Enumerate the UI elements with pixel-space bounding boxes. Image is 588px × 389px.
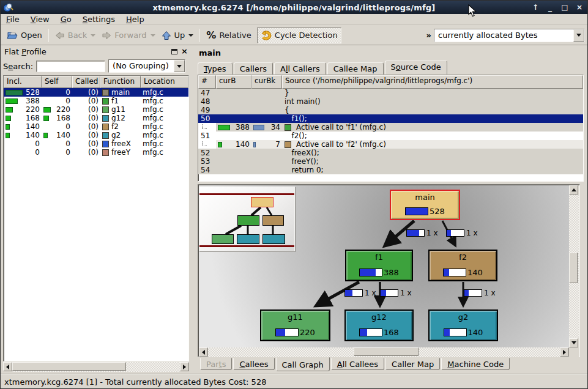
tab-call-graph[interactable]: Call Graph (276, 357, 330, 371)
column-header-curbk[interactable]: curBk (251, 75, 282, 89)
shade-button[interactable]: ↑ (531, 1, 540, 14)
source-line[interactable]: 48int main() (198, 97, 583, 106)
column-header-function[interactable]: Function (100, 76, 141, 88)
minimize-button[interactable]: _ (546, 1, 554, 14)
open-button[interactable]: Open (4, 28, 45, 43)
menu-view[interactable]: View (25, 14, 55, 25)
source-call-line[interactable]: 140 7 Active call to 'f2' (mfg.c) (198, 140, 583, 149)
up-dropdown-icon[interactable] (188, 34, 193, 37)
chevron-down-icon (576, 34, 581, 37)
scrollbar-thumb[interactable] (12, 362, 126, 371)
table-row-g2[interactable]: 140 140 (0) g2 mfg.c (4, 131, 188, 139)
table-row-g12[interactable]: 168 168 (0) g12 mfg.c (4, 114, 188, 122)
call-cost-bar (406, 229, 425, 237)
source-line[interactable]: 49{ (198, 106, 583, 114)
source-line[interactable]: 54 return 0; (198, 166, 583, 174)
scrollbar-track[interactable] (12, 362, 180, 372)
maximize-button[interactable]: □ (560, 1, 569, 14)
back-button[interactable]: Back (52, 28, 99, 43)
column-header-source[interactable]: Source ('/home/philippe/valgrind/littlep… (282, 75, 583, 89)
tab-callers[interactable]: Callers (234, 62, 273, 75)
tab-callees[interactable]: Callees (233, 358, 274, 370)
column-header-curb[interactable]: curB (216, 75, 251, 89)
function-icon (102, 89, 109, 96)
source-line[interactable]: 53 freeY(); (198, 157, 583, 166)
dock-float-button[interactable] (171, 49, 177, 54)
edge-label-f1-g11: 1 x (344, 289, 376, 297)
menu-bar: File View Go Settings Help (1, 14, 587, 25)
title-bar[interactable]: xtmemory.kcg.6274 [/home/philippe/valgri… (1, 1, 587, 14)
scrollbar-thumb[interactable] (354, 347, 419, 356)
search-input[interactable] (36, 61, 105, 72)
scroll-up-button[interactable] (569, 185, 578, 194)
graph-node-g12[interactable]: g12 168 (344, 309, 414, 341)
source-line[interactable]: 51 f2(); (198, 132, 583, 140)
tab-all-callers[interactable]: All Callers (274, 62, 326, 75)
table-row-freeX[interactable]: 0 0 (0) freeX mfg.c (4, 139, 188, 148)
forward-button[interactable]: Forward (99, 28, 158, 43)
tab-callee-map[interactable]: Callee Map (327, 62, 384, 75)
toolbar: Open Back Forward Up % Relative (1, 26, 587, 45)
source-line-selected[interactable]: 50 f1(); (198, 114, 583, 123)
tab-all-callees[interactable]: All Callees (331, 358, 384, 370)
menu-help[interactable]: Help (121, 14, 150, 25)
graph-node-f2[interactable]: f2 140 (428, 250, 497, 281)
graph-node-g2[interactable]: g2 140 (428, 309, 498, 341)
tab-types[interactable]: Types (198, 62, 233, 75)
menu-file[interactable]: File (1, 14, 25, 25)
arrow-up-icon (571, 188, 576, 191)
scroll-left-button[interactable] (3, 362, 12, 371)
close-button[interactable]: × (575, 1, 584, 14)
source-line[interactable]: 52 freeX(); (198, 149, 583, 157)
relative-button[interactable]: % Relative (203, 28, 254, 43)
scrollbar-thumb[interactable] (569, 253, 578, 283)
combo-arrow-button[interactable] (174, 60, 185, 72)
column-header-self[interactable]: Self (42, 76, 72, 88)
dock-titlebar[interactable]: Flat Profile × (2, 46, 190, 57)
graph-node-g11[interactable]: g11 220 (260, 309, 330, 341)
menu-settings[interactable]: Settings (77, 14, 121, 25)
toolbar-overflow-chevron[interactable]: » (424, 31, 434, 40)
event-type-combobox[interactable]: currently allocated Bytes (434, 29, 585, 42)
scroll-left-button[interactable] (199, 347, 208, 357)
tab-machine-code[interactable]: Machine Code (441, 358, 510, 370)
tab-source-code[interactable]: Source Code (385, 61, 447, 75)
tab-caller-map[interactable]: Caller Map (385, 358, 440, 370)
table-row-f1[interactable]: 388 0 (0) f1 mfg.c (4, 97, 188, 105)
scroll-right-button[interactable] (560, 347, 569, 357)
scroll-right-button[interactable] (180, 362, 189, 371)
column-header-incl[interactable]: Incl. (4, 76, 42, 88)
grouping-combobox[interactable]: (No Grouping) (108, 59, 185, 73)
dock-close-button[interactable]: × (181, 48, 188, 54)
column-header-called[interactable]: Called (72, 76, 100, 88)
graph-node-f1[interactable]: f1 388 (345, 250, 413, 281)
call-graph-canvas[interactable]: main 528 f1 388 f2 140 g11 220 (199, 185, 569, 347)
back-dropdown-icon[interactable] (91, 34, 95, 37)
scrollbar-track[interactable] (208, 347, 560, 357)
menu-go[interactable]: Go (55, 14, 77, 25)
graph-overview-map[interactable] (199, 187, 295, 251)
table-row-f2[interactable]: 140 0 (0) f2 mfg.c (4, 122, 188, 131)
graph-node-main[interactable]: main 528 (390, 190, 460, 220)
up-button[interactable]: Up (158, 28, 197, 43)
flat-profile-hscrollbar[interactable] (3, 362, 189, 372)
combo-arrow-button[interactable] (573, 29, 584, 42)
column-header-location[interactable]: Location (141, 76, 188, 88)
graph-vscrollbar[interactable] (569, 185, 579, 347)
cycle-detection-button[interactable]: Cycle Detection (257, 28, 341, 43)
graph-hscrollbar[interactable] (199, 347, 569, 357)
scrollbar-track[interactable] (569, 194, 579, 338)
event-type-value: currently allocated Bytes (434, 29, 541, 42)
tab-parts[interactable]: Parts (200, 358, 232, 370)
source-line[interactable]: 47} (198, 89, 583, 97)
table-row-g11[interactable]: 220 220 (0) g11 mfg.c (4, 105, 188, 114)
forward-dropdown-icon[interactable] (151, 34, 155, 37)
tree-branch-icon (202, 124, 207, 129)
table-row-main[interactable]: 528 0 (0) main mfg.c (4, 88, 188, 97)
source-header-row: # curB curBk Source ('/home/philippe/val… (198, 75, 583, 89)
status-text: xtmemory.kcg.6274 [1] - Total currently … (4, 377, 266, 387)
scroll-down-button[interactable] (569, 338, 578, 347)
source-call-line[interactable]: 388 34 Active call to 'f1' (mfg.c) (198, 123, 583, 132)
column-header-line[interactable]: # (198, 75, 216, 89)
table-row-freeY[interactable]: 0 0 (0) freeY mfg.c (4, 148, 188, 157)
